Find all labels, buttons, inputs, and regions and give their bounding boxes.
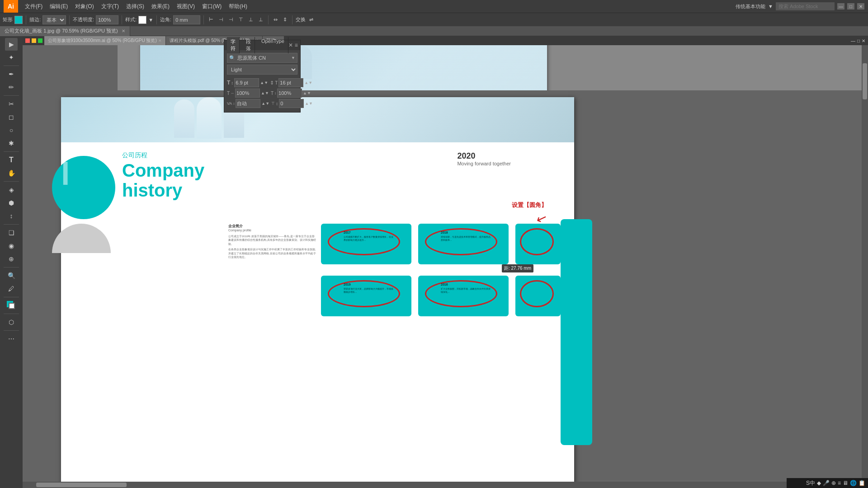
reflect-tool[interactable]: ❏ (5, 226, 18, 239)
baseline-input[interactable] (279, 99, 304, 108)
tray-mic-icon[interactable]: 🎤 (823, 480, 830, 486)
font-style-select[interactable]: Light (227, 65, 297, 75)
align-bottom-button[interactable]: ⊥ (257, 16, 265, 23)
distribute-v-button[interactable]: ⇕ (281, 16, 289, 23)
font-size-input[interactable] (234, 78, 259, 87)
panel-tab-paragraph[interactable]: 段落 (242, 37, 255, 53)
font-search-dropdown[interactable]: ▼ (289, 56, 297, 60)
panel-tab-character[interactable]: 字符 (227, 37, 240, 53)
font-name-input[interactable] (237, 55, 289, 61)
tracking-input[interactable] (236, 99, 260, 108)
inner-window-close[interactable]: ✕ (862, 38, 865, 43)
menu-help[interactable]: 帮助(H) (226, 2, 250, 11)
corner-input[interactable] (173, 15, 200, 24)
opacity-input[interactable] (96, 15, 118, 24)
align-center-v-button[interactable]: ⊥ (247, 16, 255, 23)
scale-v-input[interactable] (277, 89, 302, 98)
menu-file[interactable]: 文件(F) (22, 2, 46, 11)
direct-select-tool[interactable]: ✦ (5, 51, 18, 64)
distribute-h-button[interactable]: ⇔ (272, 16, 279, 23)
tray-clipboard-icon[interactable]: 📋 (859, 480, 865, 486)
teal-card-row1-col3[interactable] (515, 224, 561, 264)
window-max-dot[interactable] (38, 38, 42, 43)
leading-input[interactable] (278, 78, 303, 87)
fill-stroke-indicator[interactable] (5, 299, 18, 312)
align-left-button[interactable]: ⊢ (207, 16, 215, 23)
window-min-dot[interactable] (32, 38, 36, 43)
font-size-arrow[interactable]: ▲▼ (260, 80, 268, 85)
scale-tool[interactable]: ⊕ (5, 253, 18, 265)
menu-window[interactable]: 窗口(W) (199, 2, 225, 11)
inner-window-max[interactable]: □ (857, 38, 860, 43)
tray-network-icon[interactable]: 🌐 (850, 480, 857, 486)
h-scrollbar-thumb[interactable] (36, 483, 127, 487)
tray-plus-icon[interactable]: ⊕ (831, 480, 836, 486)
blend-tool[interactable]: ↕ (5, 210, 18, 222)
fill-color-swatch[interactable] (14, 16, 23, 24)
doc-tab-image[interactable]: 公司文化墙_画板 1.jpg @ 70.59% (RGB/GPU 预览) ✕ (0, 26, 130, 36)
window-close-dot[interactable] (25, 38, 30, 43)
align-right-button[interactable]: ⊣ (227, 16, 235, 23)
gradient-tool[interactable]: ◈ (5, 183, 18, 196)
panel-tab-opentype[interactable]: OpenType (258, 37, 288, 53)
baseline-arrow[interactable]: ▲▼ (305, 101, 313, 106)
hand-tool[interactable]: ✋ (5, 167, 18, 179)
minimize-button[interactable]: — (837, 3, 844, 9)
teal-card-2019[interactable]: 2019 荣获多项行业大奖，品牌影响力大幅提升，市场份额稳步增长... (321, 276, 411, 316)
rotate-tool[interactable]: ◉ (5, 239, 18, 252)
align-center-h-button[interactable]: ⊣ (217, 16, 225, 23)
doc-tab-image-close[interactable]: ✕ (122, 28, 125, 33)
font-panel-close[interactable]: ✕ (288, 42, 293, 48)
inner-window-min[interactable]: — (851, 38, 855, 43)
pen-tool[interactable]: ✒ (5, 68, 18, 80)
pencil-tool[interactable]: ✏ (5, 81, 18, 94)
tray-sougou[interactable]: S中 (806, 479, 815, 487)
star-tool[interactable]: ✱ (5, 137, 18, 150)
scale-h-input[interactable] (235, 89, 260, 98)
menu-edit[interactable]: 编辑(E) (47, 2, 71, 11)
menu-view[interactable]: 视图(V) (174, 2, 198, 11)
inner-tab-main[interactable]: 公司形象墙9100x3500mm.ai @ 50% (RGB/GPU 预览) ✕ (44, 36, 166, 45)
scissors-tool[interactable]: ✂ (5, 98, 18, 110)
style-dropdown[interactable]: ▼ (148, 17, 153, 23)
leading-arrow[interactable]: ▲▼ (304, 80, 312, 85)
mesh-tool[interactable]: ⬢ (5, 197, 18, 209)
align-top-button[interactable]: ⊤ (237, 16, 245, 23)
teal-card-row2-col3[interactable] (515, 276, 561, 316)
eyedropper-tool[interactable]: 🖊 (5, 282, 18, 295)
menu-type[interactable]: 文字(T) (98, 2, 122, 11)
more-tools-icon[interactable]: ⋯ (5, 333, 18, 345)
v-scrollbar-thumb[interactable] (863, 63, 867, 99)
stock-search-input[interactable] (776, 2, 835, 10)
zoom-tool[interactable]: 🔍 (5, 269, 18, 282)
menu-effect[interactable]: 效果(E) (148, 2, 173, 11)
menu-object[interactable]: 对象(O) (72, 2, 97, 11)
tray-icon-1[interactable]: ◆ (817, 480, 821, 486)
ellipse-tool[interactable]: ○ (5, 124, 18, 136)
close-button[interactable]: ✕ (857, 3, 864, 9)
tray-menu-icon[interactable]: ≡ (838, 480, 841, 486)
font-panel-menu[interactable]: ≡ (295, 42, 298, 48)
stroke-select[interactable]: 基本 (42, 15, 66, 24)
tracking-arrow[interactable]: ▲▼ (261, 101, 269, 106)
teal-card-2018[interactable]: 2018 持续创新，引进先进技术和管理模式，提升服务品质和效率... (418, 224, 509, 264)
font-name-search[interactable]: 🔍 ▼ (227, 53, 297, 63)
workspace-dropdown-icon[interactable]: ▼ (768, 4, 773, 9)
menu-select[interactable]: 选择(S) (123, 2, 147, 11)
draw-mode-icon[interactable]: ⬡ (5, 316, 18, 328)
horizontal-scrollbar[interactable] (23, 482, 862, 488)
select-tool[interactable]: ▶ (5, 38, 18, 51)
tray-screen-icon[interactable]: 🖥 (843, 480, 848, 486)
font-panel-header[interactable]: 字符 段落 OpenType ✕ ≡ (224, 40, 300, 50)
type-tool[interactable]: T (5, 154, 18, 166)
style-swatch[interactable] (138, 16, 146, 24)
vertical-scrollbar[interactable] (862, 45, 868, 482)
teal-card-2016[interactable]: 2016 扩大业务版图，开拓新市场，战略合作伙伴关系持续深化... (418, 276, 509, 316)
maximize-button[interactable]: □ (847, 3, 854, 9)
teal-card-2017[interactable]: 2017 公司规模不断扩大，服务客户数量持续增长，在业界的影响力逐步提升... (321, 224, 411, 264)
rectangle-tool[interactable]: ◻ (5, 111, 18, 123)
scale-h-arrow[interactable]: ▲▼ (261, 91, 269, 95)
transform-button[interactable]: ⇌ (307, 16, 315, 23)
scale-v-arrow[interactable]: ▲▼ (303, 91, 311, 95)
inner-tab-main-close[interactable]: ✕ (158, 38, 162, 43)
